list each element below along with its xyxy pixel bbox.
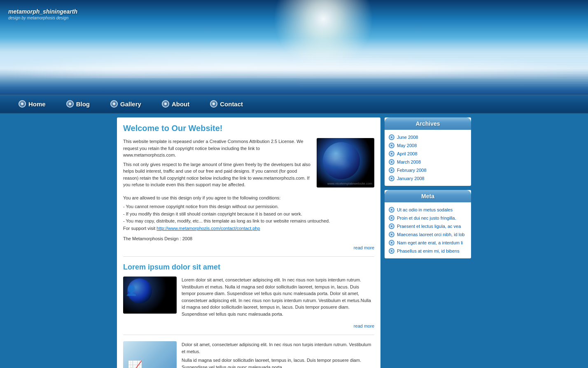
meta-list: Ut ac odio in metus sodales Proin et dui… — [385, 202, 471, 258]
credit-text: The Metamorphosis Design : 2008 — [123, 236, 374, 241]
support-link[interactable]: http://www.metamorphozis.com/contact/con… — [156, 226, 260, 231]
bullet-icon — [389, 159, 394, 165]
nav-item-contact[interactable]: Contact — [200, 100, 253, 108]
condition-3: - You may copy, distribute, modify, etc.… — [123, 218, 374, 225]
bullet-icon — [389, 134, 394, 140]
condition-4: For support visit http://www.metamorphoz… — [123, 225, 374, 232]
read-more-2[interactable]: read more — [123, 323, 374, 328]
site-header: metamorph_shiningearth design by metamor… — [0, 0, 588, 95]
list-item: Praesent et lectus ligula, ac vea — [389, 222, 467, 230]
list-item: April 2008 — [389, 150, 467, 158]
post2-p2: Nulla id magna sed dolor sollicitudin la… — [182, 357, 374, 368]
condition-2: - If you modify this design it still sho… — [123, 211, 374, 218]
condition-1: - You cannot remove copyright notice fro… — [123, 203, 374, 211]
bullet-icon — [389, 248, 394, 254]
list-item: Phasellus at enim mi, id bibens — [389, 247, 467, 255]
header-lines — [300, 54, 588, 87]
intro-section: This website template is repeased under … — [123, 138, 374, 188]
post-text-2: Dolor sit amet, consectetuer adipiscing … — [182, 341, 374, 368]
bullet-icon — [389, 240, 394, 246]
bullet-icon — [389, 215, 394, 221]
list-item: Maecenas laoreet orci nibh, id lob — [389, 230, 467, 239]
post2-p1: Dolor sit amet, consectetuer adipiscing … — [182, 341, 374, 355]
welcome-title: Welcome to Our Website! — [123, 124, 374, 133]
list-item: March 2008 — [389, 158, 467, 166]
post-item-2: Dolor sit amet, consectetuer adipiscing … — [123, 341, 374, 368]
bullet-icon — [389, 143, 394, 148]
read-more-1[interactable]: read more — [123, 245, 374, 250]
post-thumbnail-2 — [123, 341, 177, 368]
nav-blog-icon — [66, 100, 74, 108]
archives-box: Archives June 2008 May 2008 April 2008 M… — [385, 117, 471, 186]
section-divider-2 — [123, 335, 374, 335]
sidebar: Archives June 2008 May 2008 April 2008 M… — [385, 117, 471, 263]
list-item: May 2008 — [389, 141, 467, 150]
main-content: Welcome to Our Website! This website tem… — [117, 117, 380, 368]
list-item: Proin et dui nec justo fringilla. — [389, 214, 467, 222]
main-nav: Home Blog Gallery About Contact — [0, 95, 588, 113]
intro-p1: This website template is repeased under … — [123, 138, 310, 159]
bullet-icon — [389, 167, 394, 173]
bullet-icon — [389, 223, 394, 229]
list-item: June 2008 — [389, 133, 467, 141]
nav-home-icon — [19, 100, 26, 108]
watermark-text: www.nicetemplatewebsite.com — [327, 182, 372, 185]
main-wrapper: Welcome to Our Website! This website tem… — [117, 113, 471, 368]
site-subtitle: design by metamorphosis design — [8, 16, 68, 20]
nav-about-icon — [162, 100, 169, 108]
conditions-section: You are allowed to use this design only … — [123, 195, 374, 232]
conditions-title: You are allowed to use this design only … — [123, 195, 374, 202]
nav-item-gallery[interactable]: Gallery — [100, 100, 152, 108]
list-item: February 2008 — [389, 166, 467, 174]
meta-header: Meta — [385, 190, 471, 202]
earth-image: www.nicetemplatewebsite.com — [317, 138, 374, 188]
bullet-icon — [389, 176, 394, 181]
post-item-1: Lorem dolor sit amet, consectetuer adipi… — [123, 277, 374, 317]
list-item: Nam eget ante erat, a interdum li — [389, 239, 467, 247]
intro-text: This website template is repeased under … — [123, 138, 310, 188]
nav-item-about[interactable]: About — [152, 100, 200, 108]
bullet-icon — [389, 151, 394, 157]
post-text-1: Lorem dolor sit amet, consectetuer adipi… — [182, 277, 374, 317]
archives-header: Archives — [385, 117, 471, 130]
nav-gallery-icon — [110, 100, 118, 108]
site-title: metamorph_shiningearth — [8, 8, 77, 15]
nav-item-blog[interactable]: Blog — [56, 100, 100, 108]
intro-p2: This not only gives respect to the large… — [123, 161, 310, 188]
post-thumbnail-1 — [123, 277, 177, 314]
bullet-icon — [389, 207, 394, 213]
bullet-icon — [389, 232, 394, 237]
list-item: Ut ac odio in metus sodales — [389, 206, 467, 214]
meta-box: Meta Ut ac odio in metus sodales Proin e… — [385, 190, 471, 258]
section-divider-1 — [123, 256, 374, 257]
nav-item-home[interactable]: Home — [8, 100, 56, 108]
nav-contact-icon — [210, 100, 217, 108]
lorem-title: Lorem ipsum dolor sit amet — [123, 263, 374, 272]
list-item: January 2008 — [389, 174, 467, 183]
archives-list: June 2008 May 2008 April 2008 March 2008… — [385, 130, 471, 186]
